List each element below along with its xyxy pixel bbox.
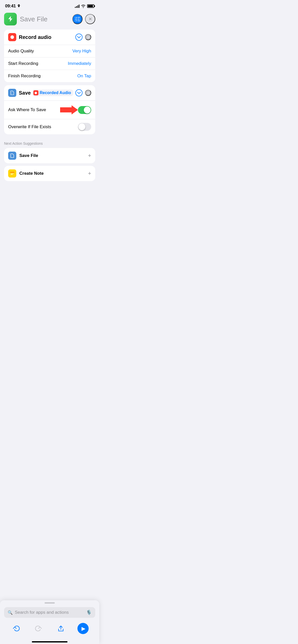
save-title: Save [19, 90, 31, 96]
add-create-note-button[interactable]: + [88, 170, 91, 177]
save-recorded-audio-card: Save Recorded Audio ✕ Ask Where To Save [4, 85, 95, 134]
create-note-suggestion-label: Create Note [19, 171, 88, 176]
finish-recording-value: On Tap [77, 74, 91, 79]
arrow-annotation [60, 104, 91, 115]
recorded-audio-badge[interactable]: Recorded Audio [32, 90, 73, 96]
red-arrow-icon [60, 104, 78, 115]
finish-recording-row[interactable]: Finish Recording On Tap [4, 70, 95, 82]
record-audio-icon [8, 33, 16, 41]
location-icon [17, 4, 20, 8]
expand-button[interactable] [75, 34, 83, 41]
audio-quality-value: Very High [72, 49, 91, 54]
dismiss-record-audio-button[interactable]: ✕ [85, 34, 91, 40]
wifi-icon [81, 4, 86, 8]
header: Save File ✕ [0, 11, 99, 30]
filter-button[interactable] [72, 14, 83, 24]
add-save-file-button[interactable]: + [88, 152, 91, 159]
ask-where-to-save-toggle[interactable] [78, 106, 91, 114]
header-buttons: ✕ [72, 14, 95, 24]
start-recording-row[interactable]: Start Recording Immediately [4, 57, 95, 70]
dismiss-save-card-button[interactable]: ✕ [85, 90, 91, 96]
overwrite-if-exists-toggle[interactable] [78, 123, 91, 131]
start-recording-value: Immediately [68, 61, 91, 66]
status-icons [75, 4, 94, 8]
close-button[interactable]: ✕ [85, 14, 95, 24]
svg-rect-8 [10, 172, 15, 173]
battery-icon [87, 4, 94, 8]
overwrite-if-exists-row: Overwrite If File Exists [4, 119, 95, 134]
create-note-suggestion-icon [8, 169, 16, 178]
audio-quality-row[interactable]: Audio Quality Very High [4, 45, 95, 57]
recorded-audio-badge-label: Recorded Audio [40, 91, 71, 95]
suggestion-create-note[interactable]: Create Note + [4, 166, 95, 181]
save-card-expand-button[interactable] [75, 89, 83, 96]
suggestion-save-file[interactable]: Save File + [4, 148, 95, 163]
next-action-suggestions-label: Next Action Suggestions [0, 137, 99, 148]
status-bar: 09:41 [0, 0, 99, 11]
record-audio-title: Record audio [19, 34, 75, 40]
status-time: 09:41 [5, 4, 16, 9]
recorded-audio-badge-icon [33, 90, 38, 95]
start-recording-label: Start Recording [8, 61, 38, 66]
ask-where-to-save-label: Ask Where To Save [8, 107, 46, 112]
save-icon [8, 89, 16, 97]
record-audio-card: Record audio ✕ Audio Quality Very High S… [4, 30, 95, 82]
page-title: Save File [20, 15, 72, 23]
shortcuts-app-icon [4, 13, 17, 25]
svg-point-4 [78, 18, 79, 20]
signal-bars [75, 4, 79, 8]
save-card-header: Save Recorded Audio ✕ [4, 85, 95, 100]
save-file-suggestion-label: Save File [19, 153, 88, 158]
svg-marker-6 [60, 105, 78, 114]
audio-quality-label: Audio Quality [8, 49, 34, 54]
record-audio-card-header: Record audio ✕ [4, 30, 95, 45]
svg-point-5 [76, 20, 77, 21]
overwrite-if-exists-label: Overwrite If File Exists [8, 124, 51, 129]
svg-point-3 [76, 17, 77, 18]
finish-recording-label: Finish Recording [8, 74, 41, 79]
save-file-suggestion-icon [8, 152, 16, 160]
ask-where-to-save-row: Ask Where To Save [4, 100, 95, 119]
